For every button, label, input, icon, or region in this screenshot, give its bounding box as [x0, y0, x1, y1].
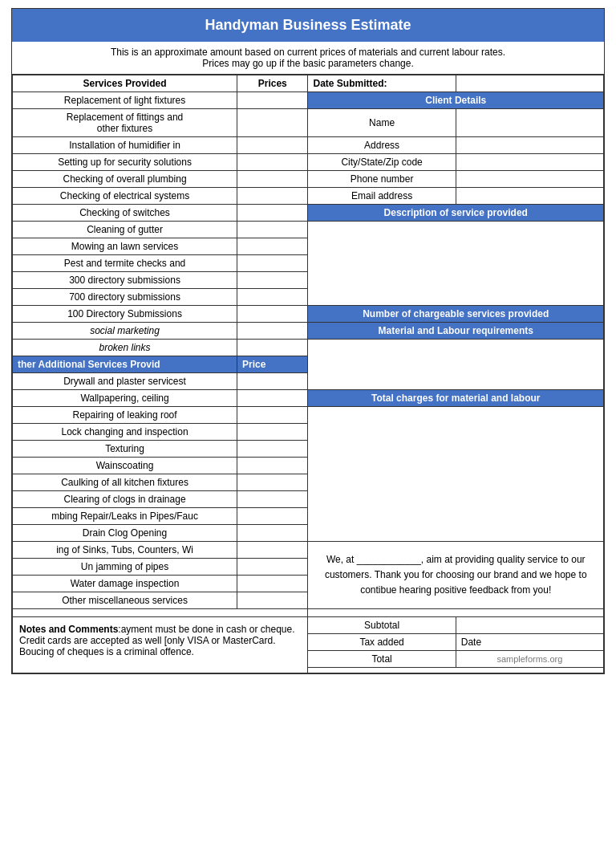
tax-label: Tax added: [308, 634, 456, 651]
price-cell: [237, 205, 308, 222]
add-service-cell: Drywall and plaster servicest: [13, 373, 237, 390]
service-cell: social marketing: [13, 323, 237, 340]
table-row: Checking of overall plumbing Phone numbe…: [13, 171, 604, 188]
table-row: Checking of electrical systems Email add…: [13, 188, 604, 205]
add-price-cell: [237, 474, 308, 491]
watermark: sampleforms.org: [456, 651, 603, 668]
material-labour-label: Material and Labour requirements: [308, 323, 604, 340]
price-cell: [237, 222, 308, 238]
main-table: Services Provided Prices Date Submitted:…: [12, 75, 604, 673]
add-service-cell: Caulking of all kitchen fixtures: [13, 474, 237, 491]
add-service-cell: Lock changing and inspection: [13, 424, 237, 441]
table-row: Replacement of light fixtures Client Det…: [13, 92, 604, 109]
service-cell: Checking of overall plumbing: [13, 171, 237, 188]
description-area: [308, 222, 604, 306]
price-cell: [237, 289, 308, 306]
table-row: [13, 609, 604, 617]
add-service-cell: Wallpapering, ceiling: [13, 390, 237, 407]
table-row: broken links: [13, 340, 604, 356]
description-label: Description of service provided: [308, 205, 604, 222]
additional-header: ther Additional Services Provid: [13, 356, 237, 373]
table-row: Checking of switches Description of serv…: [13, 205, 604, 222]
service-cell: Checking of electrical systems: [13, 188, 237, 205]
service-cell: Checking of switches: [13, 205, 237, 222]
table-row: Replacement of fittings andother fixture…: [13, 109, 604, 137]
col3-header: Date Submitted:: [308, 75, 456, 92]
service-cell: Replacement of fittings andother fixture…: [13, 109, 237, 137]
service-cell: Replacement of light fixtures: [13, 92, 237, 109]
price-cell: [237, 154, 308, 171]
price-cell: [237, 272, 308, 289]
table-row: Installation of humidifier in Address: [13, 137, 604, 154]
add-service-cell: mbing Repair/Leaks in Pipes/Fauc: [13, 508, 237, 525]
client-details-label: Client Details: [308, 92, 604, 109]
service-cell: 300 directory submissions: [13, 272, 237, 289]
add-price-cell: [237, 525, 308, 542]
price-cell: [237, 306, 308, 323]
field-label: City/State/Zip code: [308, 154, 456, 171]
subtotal-label: Subtotal: [308, 617, 456, 634]
total-charges-area: [308, 407, 604, 542]
total-charges-label: Total charges for material and labour: [308, 390, 604, 407]
field-label: Email address: [308, 188, 456, 205]
closing-text: We, at ____________, aim at providing qu…: [325, 554, 587, 596]
subtitle-line2: Prices may go up if the basic parameters…: [202, 58, 413, 69]
add-service-cell: Repairing of leaking roof: [13, 407, 237, 424]
total-label: Total: [308, 651, 456, 668]
table-row: Repairing of leaking roof: [13, 407, 604, 424]
field-label: Address: [308, 137, 456, 154]
price-cell: [237, 92, 308, 109]
table-row: ing of Sinks, Tubs, Counters, Wi We, at …: [13, 542, 604, 559]
add-price-cell: [237, 592, 308, 609]
add-price-cell: [237, 390, 308, 407]
add-service-cell: Clearing of clogs in drainage: [13, 491, 237, 508]
add-service-cell: Un jamming of pipes: [13, 559, 237, 576]
field-value: [456, 154, 603, 171]
table-row: 100 Directory Submissions Number of char…: [13, 306, 604, 323]
add-price-cell: [237, 576, 308, 592]
service-cell: Installation of humidifier in: [13, 137, 237, 154]
col1-header: Services Provided: [13, 75, 237, 92]
field-value: [456, 171, 603, 188]
price-cell: [237, 109, 308, 137]
subtotal-value: [456, 617, 603, 634]
field-value: [456, 137, 603, 154]
add-service-cell: Other miscellaneous services: [13, 592, 237, 609]
field-label: Phone number: [308, 171, 456, 188]
subtitle: This is an approximate amount based on c…: [12, 42, 604, 75]
price-col-header: Price: [237, 356, 308, 373]
add-price-cell: [237, 424, 308, 441]
title-bar: Handyman Business Estimate: [12, 9, 604, 42]
add-service-cell: Water damage inspection: [13, 576, 237, 592]
add-price-cell: [237, 458, 308, 474]
material-area: [308, 340, 604, 390]
field-label: Name: [308, 109, 456, 137]
add-service-cell: Drain Clog Opening: [13, 525, 237, 542]
add-price-cell: [237, 542, 308, 559]
price-cell: [237, 340, 308, 356]
price-cell: [237, 255, 308, 272]
price-cell: [237, 171, 308, 188]
field-value: [456, 109, 603, 137]
add-price-cell: [237, 559, 308, 576]
add-service-cell: Texturing: [13, 441, 237, 458]
service-cell: 700 directory submissions: [13, 289, 237, 306]
add-service-cell: Wainscoating: [13, 458, 237, 474]
add-price-cell: [237, 407, 308, 424]
service-cell: broken links: [13, 340, 237, 356]
page-title: Handyman Business Estimate: [205, 17, 411, 33]
table-row: Cleaning of gutter: [13, 222, 604, 238]
price-cell: [237, 188, 308, 205]
service-cell: Pest and termite checks and: [13, 255, 237, 272]
service-cell: Setting up for security solutions: [13, 154, 237, 171]
add-service-cell: ing of Sinks, Tubs, Counters, Wi: [13, 542, 237, 559]
add-price-cell: [237, 508, 308, 525]
service-cell: 100 Directory Submissions: [13, 306, 237, 323]
notes-cell: Notes and Comments:ayment must be done i…: [13, 617, 308, 673]
field-value: [456, 188, 603, 205]
col2-header: Prices: [237, 75, 308, 92]
add-price-cell: [237, 373, 308, 390]
closing-text-cell: We, at ____________, aim at providing qu…: [308, 542, 604, 609]
service-cell: Mowing an lawn services: [13, 238, 237, 255]
add-price-cell: [237, 441, 308, 458]
